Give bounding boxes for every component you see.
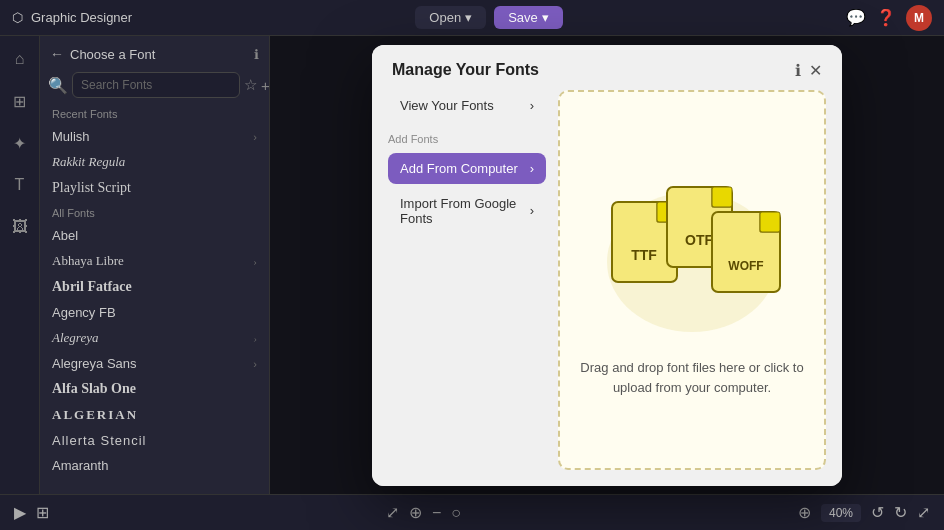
modal-close-button[interactable]: ✕ <box>809 61 822 80</box>
chevron-down-icon: ▾ <box>542 10 549 25</box>
font-item-playlist[interactable]: Playlist Script <box>40 175 269 201</box>
info-icon[interactable]: ℹ <box>254 47 259 62</box>
view-your-fonts-button[interactable]: View Your Fonts › <box>388 90 546 121</box>
font-item-allerta[interactable]: Allerta Stencil <box>40 428 269 453</box>
chevron-down-icon: ▾ <box>465 10 472 25</box>
font-item-rakkit[interactable]: Rakkit Regula <box>40 149 269 175</box>
modal-overlay: Manage Your Fonts ℹ ✕ View Your Fonts › … <box>270 36 944 494</box>
font-drop-zone[interactable]: TTF OTF <box>558 90 826 470</box>
back-button[interactable]: ← <box>50 46 64 62</box>
chevron-right-icon: › <box>253 332 257 344</box>
help-icon[interactable]: ❓ <box>876 8 896 27</box>
font-item-abril[interactable]: Abril Fatface <box>40 274 269 300</box>
chevron-right-icon: › <box>530 98 534 113</box>
zoom-in-icon[interactable]: ⊕ <box>798 503 811 522</box>
chevron-right-icon: › <box>530 161 534 176</box>
app-logo: ⬡ <box>12 10 23 25</box>
zoom-display: 40% <box>821 504 861 522</box>
font-panel-header: ← Choose a Font ℹ <box>40 36 269 68</box>
modal-header-icons: ℹ ✕ <box>795 61 822 80</box>
open-button[interactable]: Open ▾ <box>415 6 486 29</box>
font-item-abhaya[interactable]: Abhaya Libre › <box>40 248 269 274</box>
font-item-alfaslab[interactable]: Alfa Slab One <box>40 376 269 402</box>
minus-icon[interactable]: − <box>432 504 441 522</box>
side-icons-panel: ⌂ ⊞ ✦ T 🖼 <box>0 36 40 494</box>
resize-icon[interactable]: ⤢ <box>386 503 399 522</box>
avatar[interactable]: M <box>906 5 932 31</box>
drop-zone-text: Drag and drop font files here or click t… <box>580 358 804 397</box>
modal-header: Manage Your Fonts ℹ ✕ <box>372 45 842 90</box>
font-item-alegreya[interactable]: Alegreya › <box>40 325 269 351</box>
recent-fonts-label: Recent Fonts <box>40 102 269 124</box>
bottom-center: ⤢ ⊕ − ○ <box>386 503 461 522</box>
font-panel-title: Choose a Font <box>70 47 155 62</box>
search-icon: 🔍 <box>48 76 68 95</box>
fullscreen-icon[interactable]: ⤢ <box>917 503 930 522</box>
search-row: 🔍 ☆ + <box>40 68 269 102</box>
modal-manage-fonts: Manage Your Fonts ℹ ✕ View Your Fonts › … <box>372 45 842 486</box>
font-panel: ← Choose a Font ℹ 🔍 ☆ + Recent Fonts Mul… <box>40 36 270 494</box>
favorite-button[interactable]: ☆ <box>244 76 257 94</box>
font-item-algerian[interactable]: ALGERIAN <box>40 402 269 428</box>
chevron-right-icon: › <box>530 203 534 218</box>
font-item-abel[interactable]: Abel <box>40 223 269 248</box>
font-item-alegreyasans[interactable]: Alegreya Sans › <box>40 351 269 376</box>
search-input[interactable] <box>72 72 240 98</box>
main-area: ⌂ ⊞ ✦ T 🖼 ← Choose a Font ℹ 🔍 ☆ + Recent… <box>0 36 944 494</box>
canvas-area: Manage Your Fonts ℹ ✕ View Your Fonts › … <box>270 36 944 494</box>
elements-icon[interactable]: ✦ <box>5 128 35 158</box>
save-button[interactable]: Save ▾ <box>494 6 563 29</box>
modal-body: View Your Fonts › Add Fonts Add From Com… <box>372 90 842 486</box>
app-title: Graphic Designer <box>31 10 132 25</box>
import-google-fonts-button[interactable]: Import From Google Fonts › <box>388 188 546 234</box>
modal-title: Manage Your Fonts <box>392 61 539 79</box>
grid-icon[interactable]: ⊞ <box>5 86 35 116</box>
bottom-bar: ▶ ⊞ ⤢ ⊕ − ○ ⊕ 40% ↺ ↻ ⤢ <box>0 494 944 530</box>
chevron-right-icon: › <box>253 255 257 267</box>
svg-rect-7 <box>712 187 732 207</box>
frame-icon[interactable]: ⊕ <box>409 503 422 522</box>
top-bar-right: 💬 ❓ M <box>846 5 932 31</box>
chevron-right-icon: › <box>253 358 257 370</box>
add-fonts-label: Add Fonts <box>388 125 546 149</box>
undo-icon[interactable]: ↺ <box>871 503 884 522</box>
svg-rect-11 <box>760 212 780 232</box>
chevron-right-icon: › <box>253 131 257 143</box>
font-item-agency[interactable]: Agency FB <box>40 300 269 325</box>
play-icon[interactable]: ▶ <box>14 503 26 522</box>
image-icon[interactable]: 🖼 <box>5 212 35 242</box>
modal-info-button[interactable]: ℹ <box>795 61 801 80</box>
svg-text:OTF: OTF <box>685 232 713 248</box>
grid-view-icon[interactable]: ⊞ <box>36 503 49 522</box>
comment-icon[interactable]: 💬 <box>846 8 866 27</box>
svg-text:TTF: TTF <box>631 247 657 263</box>
add-from-computer-button[interactable]: Add From Computer › <box>388 153 546 184</box>
home-icon[interactable]: ⌂ <box>5 44 35 74</box>
top-bar: ⬡ Graphic Designer Open ▾ Save ▾ 💬 ❓ M <box>0 0 944 36</box>
drop-illustration: TTF OTF <box>592 162 792 342</box>
top-bar-center: Open ▾ Save ▾ <box>415 6 562 29</box>
font-item-amaranth[interactable]: Amaranth <box>40 453 269 478</box>
bottom-left: ▶ ⊞ <box>14 503 49 522</box>
add-font-button[interactable]: + <box>261 77 270 94</box>
redo-icon[interactable]: ↻ <box>894 503 907 522</box>
bottom-right: ⊕ 40% ↺ ↻ ⤢ <box>798 503 930 522</box>
text-icon[interactable]: T <box>5 170 35 200</box>
font-item-mulish[interactable]: Mulish › <box>40 124 269 149</box>
all-fonts-label: All Fonts <box>40 201 269 223</box>
circle-icon[interactable]: ○ <box>451 504 461 522</box>
font-list: Recent Fonts Mulish › Rakkit Regula Play… <box>40 102 269 494</box>
modal-left-menu: View Your Fonts › Add Fonts Add From Com… <box>388 90 558 470</box>
app-title-area: ⬡ Graphic Designer <box>12 10 132 25</box>
svg-text:WOFF: WOFF <box>728 259 763 273</box>
